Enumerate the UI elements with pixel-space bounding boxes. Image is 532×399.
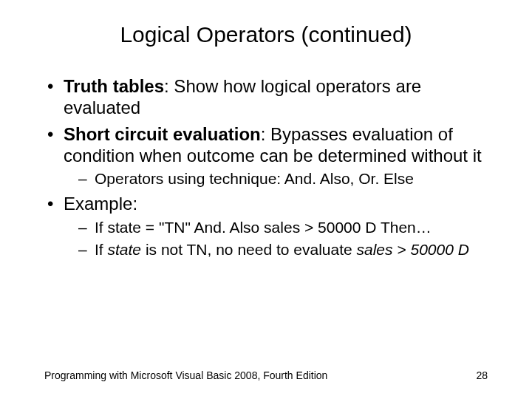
sub-list: Operators using technique: And. Also, Or…: [64, 169, 488, 188]
sub-list: If state = "TN" And. Also sales > 50000 …: [64, 218, 488, 260]
text: is not TN, no need to evaluate: [141, 241, 356, 258]
term-truth-tables: Truth tables: [64, 76, 164, 96]
bullet-truth-tables: Truth tables: Show how logical operators…: [44, 75, 488, 119]
slide: Logical Operators (continued) Truth tabl…: [0, 0, 532, 399]
bullet-list: Truth tables: Show how logical operators…: [44, 75, 488, 259]
subbullet-operators: Operators using technique: And. Also, Or…: [64, 169, 488, 188]
term-short-circuit: Short circuit evaluation: [64, 124, 261, 144]
bullet-short-circuit: Short circuit evaluation: Bypasses evalu…: [44, 123, 488, 189]
subbullet-example-explain: If state is not TN, no need to evaluate …: [64, 240, 488, 259]
text: Example:: [64, 194, 137, 214]
footer: Programming with Microsoft Visual Basic …: [44, 369, 488, 381]
page-number: 28: [476, 369, 488, 381]
bullet-example: Example: If state = "TN" And. Also sales…: [44, 193, 488, 259]
footer-text: Programming with Microsoft Visual Basic …: [44, 369, 327, 381]
var-state: state: [108, 241, 142, 258]
slide-title: Logical Operators (continued): [44, 22, 488, 47]
text: If: [95, 241, 108, 258]
var-sales-expr: sales > 50000 D: [357, 241, 469, 258]
subbullet-example-code: If state = "TN" And. Also sales > 50000 …: [64, 218, 488, 237]
